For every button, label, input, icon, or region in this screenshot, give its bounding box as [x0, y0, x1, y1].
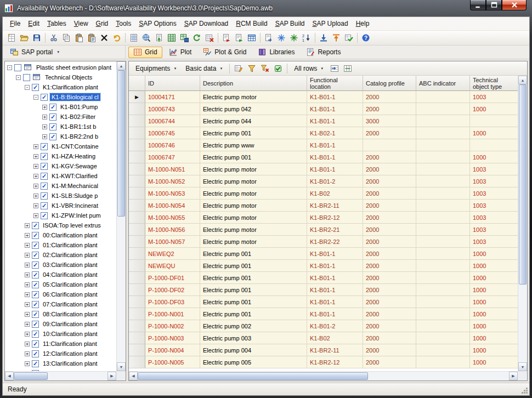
toolbar-button-run-build[interactable] — [233, 32, 245, 44]
tree-expand-toggle[interactable]: + — [25, 282, 30, 287]
grid-cell[interactable]: M-1000-N051 — [145, 163, 200, 175]
tree-item-label[interactable]: 03:Clarification plant — [41, 261, 99, 269]
dropdown-all-rows[interactable]: All rows▼ — [290, 64, 327, 73]
grid-cell[interactable]: M-1000-N055 — [145, 212, 200, 224]
grid-cell[interactable]: Electric pump 005 — [200, 356, 307, 368]
grid-cell[interactable]: 1000 — [470, 284, 518, 296]
grid-cell[interactable]: 2000 — [363, 320, 416, 332]
tree-item-label[interactable]: Technical Objects — [43, 73, 94, 81]
grid-cell[interactable]: 10006746 — [145, 139, 200, 151]
menu-item-sap-options[interactable]: SAP Options — [135, 18, 180, 29]
scrollbar-thumb[interactable] — [519, 84, 527, 285]
tree-item-label[interactable]: K1-CNT:Containe — [50, 143, 100, 150]
toolbar-button-column-options[interactable] — [342, 62, 354, 75]
grid-vertical-scrollbar[interactable]: ▲ ▼ — [518, 76, 527, 371]
tree-item-label[interactable]: K1-B01:Pump — [59, 103, 99, 111]
grid-cell[interactable]: 2000 — [363, 212, 416, 224]
row-selector[interactable] — [129, 187, 145, 200]
tree-item-label[interactable]: 00:Clarification plant — [41, 231, 99, 239]
grid-cell[interactable]: K1-BR2-12 — [307, 212, 363, 224]
grid-cell[interactable]: K1-B01-1 — [307, 308, 363, 320]
grid-cell[interactable]: 2000 — [363, 296, 416, 308]
tree-expand-toggle[interactable]: + — [33, 164, 38, 169]
row-selector[interactable] — [129, 236, 145, 248]
grid-cell[interactable]: 2000 — [363, 260, 416, 272]
grid-cell[interactable]: K1-B01-1 — [307, 163, 363, 175]
grid-cell[interactable]: P-1000-DF03 — [145, 296, 200, 308]
tree-checkbox[interactable]: ✓ — [32, 350, 39, 357]
tree-expand-toggle[interactable]: + — [33, 174, 38, 179]
menu-item-view[interactable]: View — [70, 18, 92, 29]
grid-cell[interactable]: Electric pump 042 — [200, 103, 307, 115]
grid-horizontal-scrollbar[interactable]: ◀ ▶ — [129, 371, 518, 380]
grid-cell[interactable]: K1-B02 — [307, 332, 363, 344]
grid-cell[interactable]: 2000 — [363, 91, 416, 103]
tree-item-label[interactable]: 11:Clarification plant — [41, 340, 99, 348]
grid-cell[interactable]: Electric pump 001 — [200, 296, 307, 308]
tree-item-label[interactable]: Plastic sheet extrusion plant — [35, 64, 113, 71]
tree-expand-toggle[interactable]: + — [25, 272, 30, 277]
row-selector[interactable] — [129, 115, 145, 127]
grid-cell[interactable] — [363, 139, 416, 151]
tab-reports[interactable]: Reports — [301, 47, 346, 58]
scrollbar-thumb[interactable] — [14, 372, 48, 380]
scrollbar-thumb[interactable] — [138, 372, 368, 380]
menu-item-grid[interactable]: Grid — [92, 18, 112, 29]
tree-checkbox[interactable]: ✓ — [41, 183, 48, 190]
row-selector[interactable] — [129, 103, 145, 115]
grid-cell[interactable]: K1-BR2-11 — [307, 344, 363, 356]
menu-item-sap-build[interactable]: SAP Build — [271, 18, 309, 29]
grid-cell[interactable]: K1-BR2-12 — [307, 356, 363, 368]
tree-checkbox[interactable]: ✓ — [32, 360, 39, 367]
tree-expand-toggle[interactable]: - — [7, 65, 12, 70]
tree-checkbox[interactable]: ✓ — [32, 311, 39, 318]
grid-cell[interactable]: Electric pump 001 — [200, 308, 307, 320]
tree-checkbox[interactable]: ✓ — [32, 281, 39, 288]
tree-item-label[interactable]: 04:Clarification plant — [41, 271, 99, 278]
row-selector[interactable] — [129, 127, 145, 139]
tree-item-label[interactable]: 08:Clarification plant — [41, 310, 99, 318]
toolbar-button-sap-download[interactable] — [318, 32, 330, 44]
column-header-id[interactable]: ID — [145, 76, 200, 91]
close-button[interactable] — [502, 0, 527, 10]
tree-checkbox[interactable]: ✓ — [41, 192, 48, 200]
grid-cell[interactable]: 10006747 — [145, 151, 200, 163]
tree-expand-toggle[interactable]: + — [25, 253, 30, 258]
grid-cell[interactable] — [416, 91, 470, 103]
grid-cell[interactable]: P-1000-N005 — [145, 356, 200, 368]
grid-cell[interactable]: P-1000-DF02 — [145, 284, 200, 296]
row-selector[interactable] — [129, 151, 145, 163]
grid-cell[interactable] — [416, 212, 470, 224]
row-selector[interactable] — [129, 344, 145, 356]
grid-cell[interactable]: K1-B01-1 — [307, 248, 363, 260]
title-bar[interactable]: Availability Workbench - D:\Software\Ava… — [0, 0, 532, 16]
grid-cell[interactable]: M-1000-N052 — [145, 175, 200, 187]
grid-cell[interactable]: Electric pump 001 — [200, 260, 307, 272]
tree-expand-toggle[interactable]: + — [33, 154, 38, 159]
row-selector[interactable] — [129, 296, 145, 308]
toolbar-button-filter[interactable] — [246, 62, 258, 75]
row-selector[interactable] — [129, 139, 145, 151]
grid-cell[interactable]: 1000 — [470, 103, 518, 115]
grid-cell[interactable]: M-1000-N057 — [145, 236, 200, 248]
tree-expand-toggle[interactable]: - — [25, 85, 30, 90]
grid-cell[interactable]: K1-B01-1 — [307, 151, 363, 163]
sap-portal-dropdown[interactable]: SAP portal ▼ — [6, 47, 64, 58]
grid-cell[interactable]: Electric pump 044 — [200, 115, 307, 127]
row-selector[interactable] — [129, 284, 145, 296]
grid-cell[interactable] — [416, 236, 470, 248]
grid-cell[interactable]: Electric pump motor — [200, 224, 307, 236]
tree-expand-toggle[interactable]: + — [25, 233, 30, 238]
grid-cell[interactable]: 10006745 — [145, 127, 200, 139]
tree-item-label[interactable]: K1-VBR:Incinerat — [50, 202, 100, 209]
grid-cell[interactable]: M-1000-N056 — [145, 224, 200, 236]
tree-item-label[interactable]: 07:Clarification plant — [41, 300, 99, 308]
tree-expand-toggle[interactable]: + — [25, 292, 30, 297]
grid-cell[interactable] — [416, 103, 470, 115]
toolbar-button-sort[interactable]: 21 — [301, 32, 313, 44]
grid-cell[interactable] — [416, 320, 470, 332]
grid-cell[interactable] — [416, 115, 470, 127]
column-header-technical-object-type[interactable]: Technical object type — [470, 76, 518, 91]
grid-cell[interactable]: K1-B01-1 — [307, 296, 363, 308]
grid-cell[interactable]: K1-B01-1 — [307, 284, 363, 296]
